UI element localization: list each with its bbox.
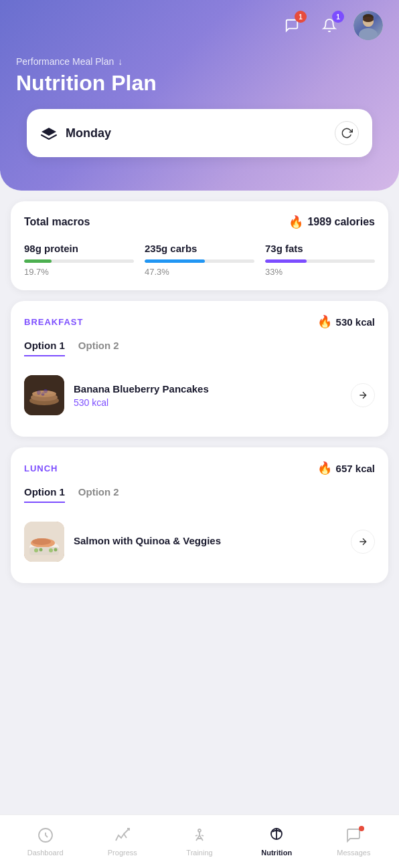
layers-icon (40, 126, 58, 140)
calories-display: 🔥 1989 calories (289, 215, 375, 229)
refresh-button[interactable] (335, 121, 359, 145)
bottom-nav: Dashboard Progress Training (0, 815, 399, 868)
fats-percent: 33% (265, 267, 375, 277)
training-icon-wrap (191, 827, 208, 846)
lunch-arrow-icon (357, 536, 368, 547)
dashboard-label: Dashboard (27, 849, 64, 857)
nutrition-icon (268, 827, 285, 843)
nutrition-icon-wrap (268, 827, 285, 846)
dropdown-icon: ↓ (118, 56, 123, 67)
svg-point-18 (34, 548, 38, 552)
lunch-fire-icon: 🔥 (317, 461, 332, 475)
svg-rect-17 (29, 547, 59, 555)
lunch-option2-tab[interactable]: Option 2 (78, 486, 119, 503)
svg-point-12 (35, 391, 54, 395)
protein-percent: 19.7% (24, 267, 134, 277)
lunch-card: LUNCH 🔥 657 kcal Option 1 Option 2 (11, 447, 388, 583)
breakfast-card: BREAKFAST 🔥 530 kcal Option 1 Option 2 (11, 301, 388, 437)
macros-header: Total macros 🔥 1989 calories (24, 215, 375, 229)
dashboard-icon-wrap (37, 827, 54, 846)
subtitle-text: Performance Meal Plan (16, 56, 114, 67)
training-icon (191, 827, 208, 843)
svg-point-20 (49, 548, 53, 552)
nav-nutrition[interactable]: Nutrition (238, 822, 315, 862)
subtitle: Performance Meal Plan ↓ (16, 56, 383, 67)
lunch-arrow-button[interactable] (351, 530, 375, 554)
bell-button[interactable]: 1 (316, 12, 343, 39)
protein-progress-bg (24, 259, 134, 263)
refresh-icon (341, 127, 353, 139)
svg-point-4 (363, 17, 374, 22)
lunch-meal-item: Salmon with Quinoa & Veggies (24, 514, 375, 570)
svg-point-1 (359, 28, 378, 40)
fats-value: 73g fats (265, 243, 375, 254)
salmon-image (24, 522, 64, 562)
messages-label: Messages (337, 849, 370, 857)
breakfast-meal-name: Banana Blueberry Pancakes (74, 383, 341, 395)
day-label: Monday (66, 126, 111, 140)
carbs-progress-bg (145, 259, 254, 263)
breakfast-arrow-icon (357, 390, 368, 401)
nav-progress[interactable]: Progress (84, 822, 161, 862)
lunch-tabs: Option 1 Option 2 (24, 486, 375, 503)
progress-icon-wrap (114, 827, 131, 846)
carbs-percent: 47.3% (145, 267, 254, 277)
breakfast-kcal-value: 530 kcal (336, 316, 375, 328)
protein-progress-fill (24, 259, 52, 263)
carbs-value: 235g carbs (145, 243, 254, 254)
top-bar: 1 1 (16, 0, 383, 40)
fats-progress-bg (265, 259, 375, 263)
breakfast-meal-item: Banana Blueberry Pancakes 530 kcal (24, 367, 375, 423)
lunch-meal-info: Salmon with Quinoa & Veggies (74, 535, 341, 549)
page-title: Nutrition Plan (16, 71, 383, 96)
breakfast-option2-tab[interactable]: Option 2 (78, 340, 119, 356)
fire-icon: 🔥 (289, 215, 303, 229)
breakfast-option1-tab[interactable]: Option 1 (24, 340, 65, 356)
nav-messages[interactable]: Messages (315, 822, 392, 862)
svg-point-16 (32, 538, 51, 545)
bell-badge: 1 (332, 11, 344, 23)
macros-title: Total macros (24, 216, 90, 228)
training-label: Training (186, 849, 212, 857)
nutrition-label: Nutrition (261, 849, 292, 857)
fats-progress-fill (265, 259, 307, 263)
lunch-option1-tab[interactable]: Option 1 (24, 486, 65, 503)
breakfast-label: BREAKFAST (24, 317, 83, 327)
svg-point-23 (198, 829, 201, 832)
svg-point-21 (54, 548, 58, 552)
lunch-meal-name: Salmon with Quinoa & Veggies (74, 535, 341, 546)
chat-badge: 1 (295, 11, 307, 23)
breakfast-meal-kcal: 530 kcal (74, 397, 341, 408)
messages-icon-wrap (345, 827, 362, 846)
pancakes-image (24, 375, 64, 415)
nav-training[interactable]: Training (161, 822, 238, 862)
day-selector-card[interactable]: Monday (27, 109, 372, 157)
lunch-label: LUNCH (24, 463, 58, 473)
carbs-macro: 235g carbs 47.3% (145, 243, 254, 277)
svg-point-19 (39, 548, 43, 552)
breakfast-arrow-button[interactable] (351, 383, 375, 407)
content-area: Total macros 🔥 1989 calories 98g protein… (0, 177, 399, 594)
progress-icon (114, 827, 131, 843)
lunch-meal-thumbnail (24, 522, 64, 562)
carbs-progress-fill (145, 259, 205, 263)
header-section: 1 1 Performance Mea (0, 0, 399, 191)
breakfast-kcal: 🔥 530 kcal (317, 314, 375, 329)
lunch-kcal-value: 657 kcal (336, 463, 375, 474)
progress-label: Progress (108, 849, 137, 857)
dashboard-icon (37, 827, 54, 843)
chat-button[interactable]: 1 (278, 12, 305, 39)
fats-macro: 73g fats 33% (265, 243, 375, 277)
avatar[interactable] (353, 11, 383, 40)
day-left: Monday (40, 126, 111, 140)
nav-dashboard[interactable]: Dashboard (7, 822, 84, 862)
macro-row: 98g protein 19.7% 235g carbs 47.3% 73g f… (24, 243, 375, 277)
lunch-kcal: 🔥 657 kcal (317, 461, 375, 475)
breakfast-meal-info: Banana Blueberry Pancakes 530 kcal (74, 383, 341, 408)
protein-macro: 98g protein 19.7% (24, 243, 134, 277)
breakfast-header: BREAKFAST 🔥 530 kcal (24, 314, 375, 329)
protein-value: 98g protein (24, 243, 134, 254)
calories-value: 1989 calories (307, 216, 375, 228)
messages-badge (359, 826, 364, 831)
breakfast-fire-icon: 🔥 (317, 314, 332, 329)
